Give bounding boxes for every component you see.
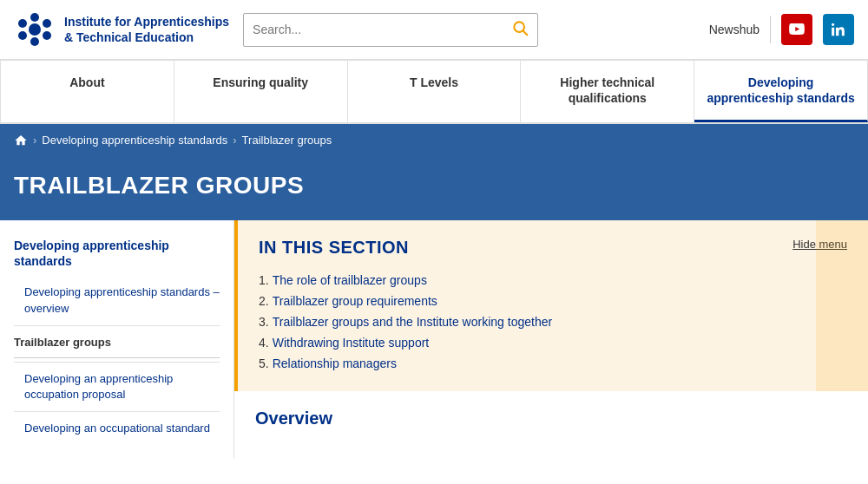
youtube-button[interactable] [781, 14, 812, 45]
youtube-icon [789, 23, 805, 36]
list-text: Trailblazer groups and the Institute wor… [273, 315, 552, 329]
nav-higher-technical[interactable]: Higher technical qualifications [521, 61, 694, 122]
main-nav: About Ensuring quality T Levels Higher t… [0, 60, 868, 124]
overview-title: Overview [255, 409, 847, 428]
svg-point-1 [43, 19, 51, 28]
list-item[interactable]: 2.Trailblazer group requirements [259, 291, 847, 311]
list-text: Relationship managers [273, 356, 397, 370]
sidebar-link-trailblazer[interactable]: Trailblazer groups [14, 330, 220, 358]
list-num: 1. [259, 273, 269, 287]
home-breadcrumb[interactable] [14, 133, 28, 147]
sidebar-divider-2 [14, 362, 220, 363]
search-button[interactable] [503, 14, 537, 46]
logo-text: Institute for Apprenticeships & Technica… [64, 14, 229, 45]
logo-area: Institute for Apprenticeships & Technica… [14, 9, 229, 50]
breadcrumb-sep-2: › [233, 134, 236, 147]
main-content: Developing apprenticeship standards Deve… [0, 220, 868, 460]
page-title-bar: TRAILBLAZER GROUPS [0, 156, 868, 220]
search-input[interactable] [244, 16, 503, 43]
site-header: Institute for Apprenticeships & Technica… [0, 0, 868, 60]
list-num: 3. [259, 315, 269, 329]
svg-line-8 [523, 30, 528, 35]
its-list: 1.The role of trailblazer groups 2.Trail… [259, 270, 847, 374]
nav-about[interactable]: About [0, 61, 174, 122]
sidebar-section-title: Developing apprenticeship standards [14, 238, 220, 269]
its-title: IN THIS SECTION [259, 238, 409, 258]
its-header: IN THIS SECTION Hide menu [259, 238, 847, 258]
svg-point-3 [30, 37, 39, 46]
nav-ensuring-quality[interactable]: Ensuring quality [174, 61, 348, 122]
list-text: The role of trailblazer groups [273, 273, 427, 287]
svg-point-6 [29, 23, 41, 36]
in-this-section-box: IN THIS SECTION Hide menu 1.The role of … [234, 220, 868, 391]
list-num: 4. [259, 336, 269, 350]
list-text: Withdrawing Institute support [273, 336, 430, 350]
header-right: Newshub [709, 14, 854, 45]
header-divider [770, 16, 771, 43]
home-icon [14, 134, 28, 147]
sidebar-link-occupation[interactable]: Developing an apprenticeship occupation … [14, 366, 220, 408]
list-num: 2. [259, 294, 269, 308]
content-area: IN THIS SECTION Hide menu 1.The role of … [234, 220, 868, 460]
list-text: Trailblazer group requirements [273, 294, 437, 308]
nav-t-levels[interactable]: T Levels [348, 61, 522, 122]
breadcrumb-developing[interactable]: Developing apprenticeship standards [42, 134, 227, 147]
list-item[interactable]: 1.The role of trailblazer groups [259, 270, 847, 291]
sidebar-divider-3 [14, 411, 220, 412]
linkedin-icon [832, 23, 845, 36]
breadcrumb-sep-1: › [33, 134, 36, 147]
svg-point-0 [30, 13, 39, 22]
svg-point-2 [43, 31, 51, 40]
overview-section: Overview [234, 391, 868, 453]
search-area [243, 13, 538, 47]
nav-developing-apprenticeship[interactable]: Developing apprenticeship standards [694, 61, 868, 122]
sidebar-link-overview[interactable]: Developing apprenticeship standards – ov… [14, 279, 220, 321]
page-title: TRAILBLAZER GROUPS [14, 172, 854, 199]
logo-icon [14, 9, 56, 50]
svg-point-5 [18, 19, 27, 28]
breadcrumb: › Developing apprenticeship standards › … [0, 124, 868, 156]
newshub-label: Newshub [709, 23, 760, 36]
list-item[interactable]: 4.Withdrawing Institute support [259, 332, 847, 353]
sidebar-divider-1 [14, 325, 220, 326]
sidebar: Developing apprenticeship standards Deve… [0, 220, 234, 460]
list-item[interactable]: 3.Trailblazer groups and the Institute w… [259, 311, 847, 332]
list-item[interactable]: 5.Relationship managers [259, 353, 847, 374]
orange-accent [816, 220, 868, 391]
search-icon [511, 19, 529, 36]
linkedin-button[interactable] [823, 14, 854, 45]
list-num: 5. [259, 356, 269, 370]
sidebar-link-occupational-standard[interactable]: Developing an occupational standard [14, 415, 220, 441]
svg-point-4 [18, 31, 27, 40]
breadcrumb-current: Trailblazer groups [242, 134, 332, 147]
